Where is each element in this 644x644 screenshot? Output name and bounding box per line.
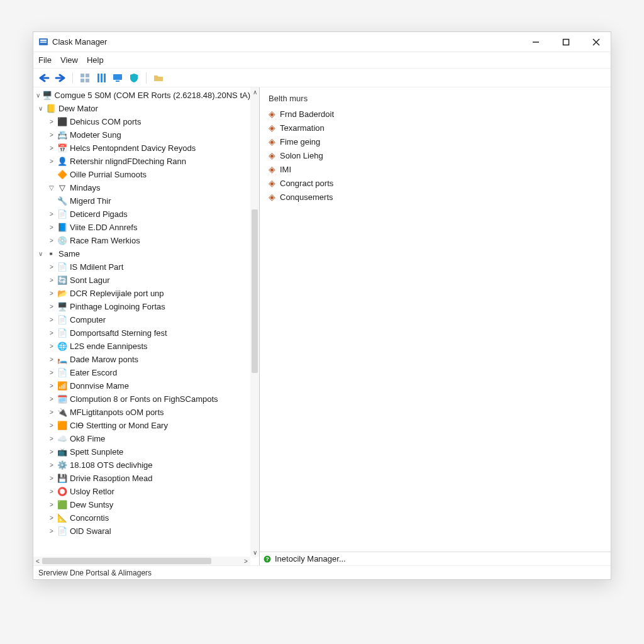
action-link-6[interactable]: ◈Conqusemerts [269, 190, 602, 204]
chevron-right-icon[interactable]: > [47, 475, 56, 482]
chevron-icon[interactable]: ▽ [47, 184, 56, 191]
chevron-right-icon[interactable]: > [47, 277, 56, 284]
tree-node-b-10[interactable]: >🗓️Clompution 8 or Fonts on FighSCampots [33, 392, 250, 406]
toolbar-folder-button[interactable] [152, 71, 165, 85]
vertical-scrollbar[interactable]: ∧ ∨ [250, 87, 259, 557]
tree-node-b-8[interactable]: >📄Eater Escord [33, 366, 250, 379]
tree-node-b-14[interactable]: >📺Spett Sunplete [33, 445, 250, 458]
tree-node-a-7[interactable]: >📄Deticerd Pigads [33, 208, 250, 221]
node-label: Migerd Thir [70, 196, 111, 206]
action-link-4[interactable]: ◈IMI [269, 162, 602, 176]
toolbar-shield-button[interactable] [127, 71, 141, 85]
tree-node-a-0[interactable]: >⬛Dehicus COM ports [33, 115, 250, 128]
chevron-right-icon[interactable]: > [47, 158, 56, 165]
tree-group-b[interactable]: ∨▪️Same [33, 247, 250, 260]
close-button[interactable] [587, 33, 606, 52]
tree-node-b-4[interactable]: >📄Computer [33, 313, 250, 326]
scroll-up-icon[interactable]: ∧ [250, 87, 259, 96]
chevron-right-icon[interactable]: > [47, 211, 56, 218]
tree-node-a-9[interactable]: >💿Race Ram Werkios [33, 234, 250, 247]
toolbar-columns-button[interactable] [94, 71, 108, 85]
tree-node-b-19[interactable]: >📐Concorntis [33, 511, 250, 525]
toolbar-monitor-button[interactable] [111, 71, 125, 85]
action-link-5[interactable]: ◈Congract ports [269, 176, 602, 190]
forward-button[interactable] [53, 71, 67, 85]
chevron-down-icon[interactable]: ∨ [36, 250, 45, 257]
chevron-right-icon[interactable]: > [47, 118, 56, 125]
chevron-right-icon[interactable]: > [47, 462, 56, 469]
chevron-right-icon[interactable]: > [47, 303, 56, 310]
chevron-down-icon[interactable]: ∨ [36, 92, 41, 99]
chevron-right-icon[interactable]: > [47, 237, 56, 244]
tree-node-b-20[interactable]: >📄OlD Swaral [33, 525, 250, 538]
chevron-right-icon[interactable]: > [47, 369, 56, 376]
chevron-right-icon[interactable]: > [47, 224, 56, 231]
tree-node-b-5[interactable]: >📄Domportsaftd Sterning fest [33, 326, 250, 340]
tree-node-b-11[interactable]: >🔌MFLigtitanpots oOM ports [33, 406, 250, 419]
link-bullet-icon: ◈ [269, 123, 276, 132]
chevron-right-icon[interactable]: > [47, 145, 56, 152]
minimize-button[interactable] [526, 33, 545, 52]
chevron-right-icon[interactable]: > [47, 396, 56, 402]
tree-node-b-0[interactable]: >📄IS Mdilent Part [33, 260, 250, 274]
chevron-right-icon[interactable]: > [47, 409, 56, 416]
chevron-right-icon[interactable]: > [47, 488, 56, 495]
chevron-right-icon[interactable]: > [47, 528, 56, 535]
tree-node-a-4[interactable]: 🔶Oille Purrial Sumoots [33, 168, 250, 181]
tree-root[interactable]: ∨🖥️Comgue 5 S0M (COM ER Rorts (2.6218.48… [33, 89, 250, 102]
action-link-3[interactable]: ◈Solon Liehg [269, 148, 602, 162]
chevron-right-icon[interactable]: > [47, 290, 56, 297]
maximize-button[interactable] [557, 33, 575, 52]
tree-node-b-15[interactable]: >⚙️18.108 OTS declivhige [33, 458, 250, 472]
tree-node-b-16[interactable]: >💾Drivie Rasoption Mead [33, 472, 250, 485]
tree-node-b-6[interactable]: >🌐L2S ende Eannipests [33, 340, 250, 353]
tree-node-b-12[interactable]: >🟧ClӨ Stertting or Mond Eary [33, 419, 250, 432]
vertical-scroll-thumb[interactable] [252, 209, 258, 373]
back-button[interactable] [37, 71, 51, 85]
chevron-right-icon[interactable]: > [47, 356, 56, 363]
tree-node-b-9[interactable]: >📶Donnvise Mame [33, 379, 250, 392]
tree-node-a-8[interactable]: >📘Viite E.DD Annrefs [33, 221, 250, 234]
tree-node-b-18[interactable]: >🟩Dew Suntsy [33, 498, 250, 511]
chevron-right-icon[interactable]: > [47, 435, 56, 442]
chevron-down-icon[interactable]: ∨ [36, 105, 45, 112]
tree-node-a-3[interactable]: >👤Retershir nligndFDteching Rann [33, 155, 250, 168]
chevron-right-icon[interactable]: > [47, 501, 56, 508]
chevron-right-icon[interactable]: > [47, 316, 56, 323]
horizontal-scroll-thumb[interactable] [42, 558, 211, 564]
node-label: Concorntis [70, 513, 109, 523]
tree-node-b-2[interactable]: >📂DCR Replevijiale port unp [33, 287, 250, 300]
chevron-right-icon[interactable]: > [47, 422, 56, 429]
scroll-right-icon[interactable]: > [242, 557, 250, 565]
tree-node-b-7[interactable]: >🛏️Dade Marow ponts [33, 353, 250, 366]
chevron-right-icon[interactable]: > [47, 264, 56, 270]
tree-node-b-17[interactable]: >⭕Usloy Retlor [33, 485, 250, 498]
tree-group-a[interactable]: ∨📒Dew Mator [33, 102, 250, 115]
node-label: ClӨ Stertting or Mond Eary [70, 421, 168, 430]
scroll-left-icon[interactable]: < [33, 557, 42, 565]
tree-node-b-13[interactable]: >☁️Ok8 Fime [33, 432, 250, 445]
chevron-right-icon[interactable]: > [47, 514, 56, 521]
tree-node-a-1[interactable]: >📇Modeter Sung [33, 128, 250, 142]
chevron-right-icon[interactable]: > [47, 131, 56, 138]
chevron-right-icon[interactable]: > [47, 448, 56, 455]
action-link-0[interactable]: ◈Frnd Baderdoit [269, 107, 602, 121]
menu-view[interactable]: View [60, 55, 78, 65]
svg-rect-10 [86, 74, 89, 77]
chevron-right-icon[interactable]: > [47, 382, 56, 389]
action-link-2[interactable]: ◈Fime geing [269, 135, 602, 148]
tree-node-b-3[interactable]: >🖥️Pinthage Loginoing Fortas [33, 300, 250, 313]
toolbar-tile-button[interactable] [78, 71, 92, 85]
horizontal-scrollbar[interactable]: < > [33, 557, 250, 565]
tree-node-a-2[interactable]: >📅Helcs Pentopndent Davicy Reyods [33, 142, 250, 155]
chevron-right-icon[interactable]: > [47, 330, 56, 336]
menu-help[interactable]: Help [87, 55, 104, 65]
chevron-right-icon[interactable]: > [47, 343, 56, 350]
device-tree[interactable]: ∨🖥️Comgue 5 S0M (COM ER Rorts (2.6218.48… [33, 87, 250, 557]
tree-node-b-1[interactable]: >🔄Sont Lagur [33, 274, 250, 287]
scroll-down-icon[interactable]: ∨ [250, 548, 259, 557]
tree-node-a-6[interactable]: 🔧Migerd Thir [33, 194, 250, 208]
menu-file[interactable]: File [38, 55, 52, 65]
tree-node-a-5[interactable]: ▽▽Mindays [33, 181, 250, 194]
action-link-1[interactable]: ◈Texarmation [269, 121, 602, 135]
